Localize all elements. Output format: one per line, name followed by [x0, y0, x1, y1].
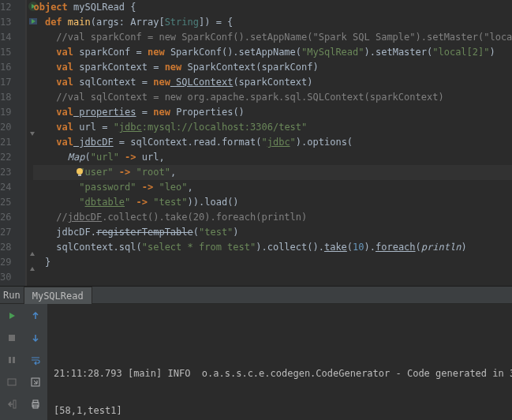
rerun-button[interactable] [3, 307, 21, 324]
scroll-up-button[interactable] [27, 307, 44, 324]
svg-rect-4 [9, 335, 15, 341]
code-line: sqlContext.sql("select * from test").col… [33, 240, 512, 255]
code-line: jdbcDF.registerTempTable("test") [33, 225, 512, 240]
svg-rect-7 [8, 379, 16, 385]
code-line: val properties = new Properties() [33, 105, 512, 120]
editor-area: 12 13 14 15 16 17 18 19 20 21 22 23 24 2… [0, 0, 512, 286]
code-line: "dbtable" -> "test")).load() [33, 195, 512, 210]
run-tool-column-left [0, 304, 24, 420]
code-line: val url = "jdbc:mysql://localhost:3306/t… [33, 120, 512, 135]
run-panel: Run MySQLRead [0, 286, 512, 420]
exit-button[interactable] [3, 396, 21, 413]
code-line: object mySQLRead { [33, 0, 512, 15]
run-tool-column-right [24, 304, 47, 420]
print-button[interactable] [27, 396, 44, 413]
code-line: Map("url" -> url, [33, 150, 512, 165]
svg-rect-8 [13, 400, 16, 408]
code-line: "password" -> "leo", [33, 180, 512, 195]
pause-button[interactable] [3, 351, 21, 369]
code-line-current: "user" -> "root", [33, 165, 512, 180]
console-output[interactable]: 21:11:28.793 [main] INFO o.a.s.s.c.e.cod… [47, 304, 512, 420]
console-line [54, 329, 506, 344]
code-line: //jdbcDF.collect().take(20).foreach(prin… [33, 210, 512, 225]
dump-threads-button[interactable] [3, 373, 21, 391]
svg-rect-5 [9, 357, 11, 363]
svg-rect-3 [78, 174, 81, 176]
intention-bulb-icon[interactable] [74, 167, 85, 178]
svg-point-2 [77, 168, 83, 174]
run-header: Run MySQLRead [0, 287, 512, 304]
console-line: [58,1,test1] [54, 403, 506, 418]
code-line [33, 270, 512, 285]
scroll-down-button[interactable] [27, 329, 44, 347]
code-line: //val sparkConf = new SparkConf().setApp… [33, 30, 512, 45]
scroll-to-end-button[interactable] [27, 373, 44, 391]
stop-button[interactable] [3, 329, 21, 347]
code-line: } [33, 255, 512, 270]
code-line: def main(args: Array[String]) = { [33, 15, 512, 30]
line-number-gutter: 12 13 14 15 16 17 18 19 20 21 22 23 24 2… [0, 0, 26, 286]
code-line: val jdbcDF = sqlContext.read.format("jdb… [33, 135, 512, 150]
svg-rect-6 [13, 357, 15, 363]
code-line: val sqlContext = new SQLContext(sparkCon… [33, 75, 512, 90]
run-config-tab[interactable]: MySQLRead [24, 287, 92, 304]
svg-rect-11 [33, 400, 38, 403]
run-label: Run [3, 290, 21, 301]
code-line: val sparkConf = new SparkConf().setAppNa… [33, 45, 512, 60]
soft-wrap-button[interactable] [27, 351, 44, 369]
code-line: //val sqlContext = new org.apache.spark.… [33, 90, 512, 105]
code-line: val sparkContext = new SparkContext(spar… [33, 60, 512, 75]
code-area[interactable]: object mySQLRead { def main(args: Array[… [27, 0, 512, 286]
console-line: 21:11:28.793 [main] INFO o.a.s.s.c.e.cod… [54, 366, 506, 381]
